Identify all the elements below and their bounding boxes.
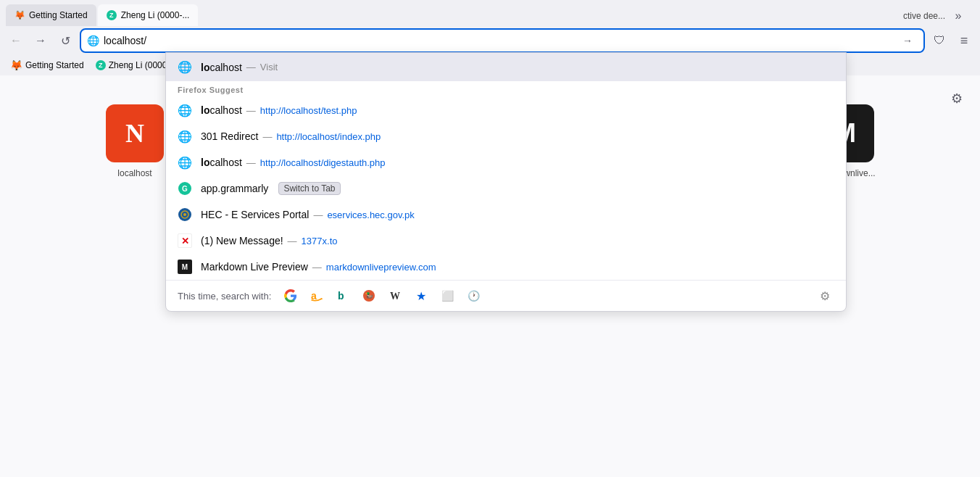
item-title-1377x: (1) New Message! <box>201 235 283 246</box>
dropdown-item-1377x[interactable]: ✕ (1) New Message! — 1377x.to <box>166 228 846 254</box>
address-input[interactable] <box>104 35 897 46</box>
search-engine-amazon[interactable]: a <box>307 286 326 305</box>
item-content-digest: localhost — http://localhost/digestauth.… <box>201 157 834 168</box>
dropdown-item-301-redirect[interactable]: 🌐 301 Redirect — http://localhost/index.… <box>166 123 846 149</box>
star-icon: ★ <box>416 289 426 303</box>
search-engine-google[interactable] <box>281 286 300 305</box>
item-sep-1: — <box>246 105 256 116</box>
item-title-hec: HEC - E Services Portal <box>201 209 309 220</box>
top-site-label-localhost: localhost <box>117 168 151 178</box>
item-icon-markdown: M <box>178 260 192 274</box>
page-settings-button[interactable]: ⚙ <box>945 87 968 110</box>
browser-window: 🦊 Getting Started Z Zheng Li (0000-... c… <box>0 0 980 477</box>
svg-text:W: W <box>390 291 400 302</box>
search-engine-bookmarks[interactable]: ★ <box>412 286 431 305</box>
dropdown-item-markdown[interactable]: M Markdown Live Preview — markdownlivepr… <box>166 254 846 280</box>
item-title-grammarly: app.grammarly <box>201 183 268 194</box>
tab-favicon-getting-started: 🦊 <box>14 10 25 20</box>
top-result-text: localhost — Visit <box>201 62 834 73</box>
address-bar-arrow-button[interactable]: → <box>897 30 918 51</box>
tab-label-getting-started: Getting Started <box>29 10 88 20</box>
search-engine-wikipedia[interactable]: W <box>386 286 404 305</box>
globe-icon-2: 🌐 <box>178 130 192 144</box>
firefox-suggest-header: Firefox Suggest <box>166 81 846 97</box>
settings-gear-icon: ⚙ <box>951 91 963 107</box>
search-engines-bar: This time, search with: a <box>166 280 846 311</box>
dropdown-item-grammarly[interactable]: G app.grammarly Switch to Tab <box>166 175 846 202</box>
item-content-301: 301 Redirect — http://localhost/index.ph… <box>201 130 834 142</box>
top-result-title: localhost <box>201 62 242 73</box>
reload-icon: ↺ <box>61 34 70 48</box>
item-content-localhost-test: localhost — http://localhost/test.php <box>201 104 834 116</box>
address-arrow-icon: → <box>902 35 913 46</box>
item-bold-3: lo <box>201 157 209 168</box>
search-engine-duckduckgo[interactable]: 🦆 <box>360 286 378 305</box>
globe-icon-3: 🌐 <box>178 156 192 170</box>
svg-text:🦆: 🦆 <box>365 291 374 301</box>
svg-text:G: G <box>182 185 188 193</box>
search-engine-settings-button[interactable]: ⚙ <box>815 286 834 305</box>
bookmark-getting-started[interactable]: 🦊 Getting Started <box>6 58 88 72</box>
item-sep-7: — <box>312 262 322 273</box>
item-content-hec: HEC - E Services Portal — eservices.hec.… <box>201 209 834 220</box>
forward-button[interactable]: → <box>30 30 51 51</box>
address-bar-dropdown: 🌐 localhost — Visit Firefox Suggest 🌐 lo… <box>165 52 847 312</box>
bookmark-getting-started-icon: 🦊 <box>10 59 22 71</box>
tabs-icon: ⬜ <box>441 290 454 302</box>
item-content-markdown: Markdown Live Preview — markdownliveprev… <box>201 261 834 273</box>
item-sep-5: — <box>313 210 323 220</box>
menu-icon: ≡ <box>960 33 968 49</box>
dropdown-top-result[interactable]: 🌐 localhost — Visit <box>166 53 846 81</box>
item-url-localhost-test: http://localhost/test.php <box>260 105 357 116</box>
tab-label-zheng-li: Zheng Li (0000-... <box>121 10 190 20</box>
back-button[interactable]: ← <box>6 30 26 51</box>
item-icon-digest: 🌐 <box>178 155 192 170</box>
dropdown-item-hec[interactable]: HEC - E Services Portal — eservices.hec.… <box>166 202 846 228</box>
bookmark-zheng-li[interactable]: Z Zheng Li (0000- <box>91 59 175 72</box>
top-result-bold: lo <box>201 62 209 73</box>
item-icon-hec <box>178 207 192 222</box>
top-result-action: Visit <box>260 62 278 72</box>
search-engine-bing[interactable]: b <box>333 286 352 305</box>
svg-point-14 <box>183 213 186 216</box>
tab-expand-button[interactable]: » <box>948 6 968 26</box>
dropdown-item-localhost-test[interactable]: 🌐 localhost — http://localhost/test.php <box>166 97 846 123</box>
bookmark-zheng-li-icon: Z <box>96 60 106 70</box>
item-icon-1377x: ✕ <box>178 233 192 248</box>
search-engine-history[interactable]: 🕐 <box>464 286 483 305</box>
globe-icon-1: 🌐 <box>178 104 192 117</box>
item-icon-301: 🌐 <box>178 129 192 144</box>
history-icon: 🕐 <box>468 290 480 302</box>
tab-getting-started[interactable]: 🦊 Getting Started <box>6 4 96 26</box>
address-bar[interactable]: 🌐 → <box>80 28 925 53</box>
tab-favicon-zheng-li: Z <box>107 10 117 20</box>
item-title-localhost-test: localhost <box>201 104 242 116</box>
search-settings-gear-icon: ⚙ <box>820 289 830 303</box>
item-icon-localhost-test: 🌐 <box>178 103 192 117</box>
address-bar-globe-icon: 🌐 <box>87 35 99 46</box>
item-bold-1: lo <box>201 104 209 116</box>
forward-icon: → <box>35 34 46 47</box>
item-content-grammarly: app.grammarly Switch to Tab <box>201 182 834 195</box>
shield-button[interactable]: 🛡 <box>929 30 950 51</box>
tab-bar: 🦊 Getting Started Z Zheng Li (0000-... c… <box>0 0 980 26</box>
item-url-digest: http://localhost/digestauth.php <box>260 157 386 168</box>
top-result-globe-icon: 🌐 <box>178 60 192 74</box>
dropdown-item-localhost-digest[interactable]: 🌐 localhost — http://localhost/digestaut… <box>166 149 846 175</box>
item-url-1377x: 1377x.to <box>302 236 338 246</box>
item-url-hec: eservices.hec.gov.pk <box>327 210 414 220</box>
markdown-icon: M <box>182 263 188 271</box>
svg-text:b: b <box>338 290 344 302</box>
search-engine-tabs[interactable]: ⬜ <box>438 286 457 305</box>
item-title-301: 301 Redirect <box>201 130 258 142</box>
item-url-markdown: markdownlivepreview.com <box>326 262 436 273</box>
x-icon: ✕ <box>181 236 189 246</box>
reload-button[interactable]: ↺ <box>55 30 75 51</box>
shield-icon: 🛡 <box>934 34 945 47</box>
menu-button[interactable]: ≡ <box>954 30 974 51</box>
top-result-rest: calhost <box>209 62 241 73</box>
tab-zheng-li[interactable]: Z Zheng Li (0000-... <box>98 4 199 26</box>
search-with-label: This time, search with: <box>178 291 271 302</box>
item-title-markdown: Markdown Live Preview <box>201 261 308 273</box>
nav-bar: ← → ↺ 🌐 → 🛡 ≡ <box>0 26 980 55</box>
